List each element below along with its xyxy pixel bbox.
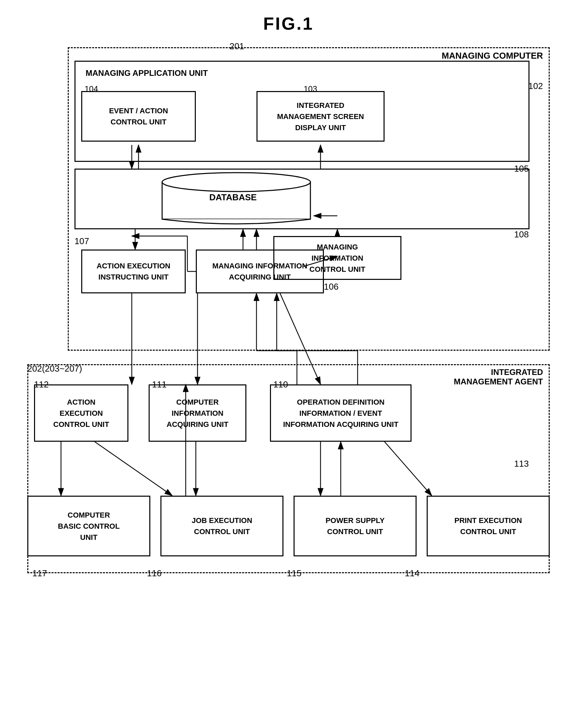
ref-105: 105 xyxy=(514,163,529,174)
ref-113: 113 xyxy=(514,459,529,469)
comp-info-acq-box: COMPUTERINFORMATIONACQUIRING UNIT xyxy=(148,384,246,442)
power-supply-label: POWER SUPPLYCONTROL UNIT xyxy=(326,515,385,537)
managing-info-acq-box: MANAGING INFORMATIONACQUIRING UNIT xyxy=(196,250,324,293)
svg-marker-3 xyxy=(27,47,31,50)
job-exec-label: JOB EXECUTIONCONTROL UNIT xyxy=(192,515,252,537)
ref-106: 106 xyxy=(324,282,338,292)
ref-201: 201 xyxy=(229,41,244,52)
page-title: FIG.1 xyxy=(263,14,314,34)
ref-112: 112 xyxy=(34,379,49,390)
ref-114: 114 xyxy=(405,568,419,579)
svg-marker-2 xyxy=(27,47,31,50)
managing-info-acq-label: MANAGING INFORMATIONACQUIRING UNIT xyxy=(212,260,307,283)
ref-108: 108 xyxy=(514,229,529,240)
action-exec-ctrl-box: ACTIONEXECUTIONCONTROL UNIT xyxy=(34,384,129,442)
ref-104: 104 xyxy=(85,84,98,94)
action-exec-instruct-label: ACTION EXECUTIONINSTRUCTING UNIT xyxy=(97,260,170,283)
db-label: DATABASE xyxy=(209,192,257,203)
event-action-label: EVENT / ACTIONCONTROL UNIT xyxy=(109,105,168,127)
event-action-box: EVENT / ACTIONCONTROL UNIT xyxy=(81,91,196,141)
integrated-display-box: INTEGRATEDMANAGEMENT SCREENDISPLAY UNIT xyxy=(256,91,385,141)
svg-point-1 xyxy=(162,173,310,191)
integrated-agent-label: INTEGRATEDMANAGEMENT AGENT xyxy=(454,367,543,386)
comp-basic-box: COMPUTERBASIC CONTROLUNIT xyxy=(27,496,150,556)
ref-116: 116 xyxy=(147,568,161,579)
op-def-label: OPERATION DEFINITIONINFORMATION / EVENTI… xyxy=(283,396,399,430)
ref-103: 103 xyxy=(304,84,317,94)
comp-info-acq-label: COMPUTERINFORMATIONACQUIRING UNIT xyxy=(166,396,228,430)
comp-basic-label: COMPUTERBASIC CONTROLUNIT xyxy=(58,510,120,543)
ref-117: 117 xyxy=(32,568,47,579)
action-exec-ctrl-label: ACTIONEXECUTIONCONTROL UNIT xyxy=(53,396,109,430)
op-def-box: OPERATION DEFINITIONINFORMATION / EVENTI… xyxy=(270,384,412,442)
job-exec-box: JOB EXECUTIONCONTROL UNIT xyxy=(160,496,283,556)
managing-computer-label: MANAGING COMPUTER xyxy=(442,51,543,61)
ref-102: 102 xyxy=(528,81,543,92)
print-exec-box: PRINT EXECUTIONCONTROL UNIT xyxy=(427,496,550,556)
ref-115: 115 xyxy=(287,568,301,579)
action-exec-instruct-box: ACTION EXECUTIONINSTRUCTING UNIT xyxy=(81,250,186,293)
ref-110: 110 xyxy=(273,379,288,390)
print-exec-label: PRINT EXECUTIONCONTROL UNIT xyxy=(454,515,522,537)
ref-111: 111 xyxy=(152,379,166,390)
integrated-display-label: INTEGRATEDMANAGEMENT SCREENDISPLAY UNIT xyxy=(277,100,364,133)
power-supply-box: POWER SUPPLYCONTROL UNIT xyxy=(294,496,417,556)
managing-app-label: MANAGING APPLICATION UNIT xyxy=(86,69,208,78)
diagram-container: MANAGING COMPUTER 201 MANAGING APPLICATI… xyxy=(27,47,550,705)
ref-107: 107 xyxy=(75,236,89,246)
bottom-row: COMPUTERBASIC CONTROLUNIT JOB EXECUTIONC… xyxy=(27,496,550,556)
